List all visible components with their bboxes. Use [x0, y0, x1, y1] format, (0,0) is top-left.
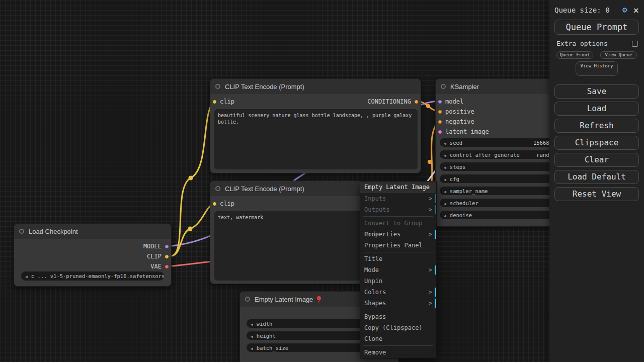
menu-item-clone[interactable]: Clone	[360, 333, 436, 344]
clip-port-icon[interactable]	[212, 202, 217, 206]
menu-item-properties-panel[interactable]: Properties Panel	[360, 240, 436, 251]
node-title-bar[interactable]: Load Checkpoint	[14, 224, 171, 239]
settings-gear-icon[interactable]: ⚙	[622, 5, 627, 15]
widget-label: height	[257, 333, 276, 339]
clipspace-button[interactable]: Clipspace	[554, 136, 639, 150]
port-label: clip	[220, 98, 234, 105]
menu-item-remove[interactable]: Remove	[360, 347, 436, 358]
output-vae[interactable]: VAE	[150, 263, 169, 270]
widget-label: width	[257, 321, 273, 327]
widget-label: sampler_name	[450, 188, 488, 194]
node-title: KSampler	[450, 83, 479, 90]
input-model[interactable]: model	[438, 98, 463, 105]
node-load-checkpoint[interactable]: Load Checkpoint MODEL CLIP VAE c ... v1-…	[14, 223, 172, 287]
collapse-dot-icon[interactable]	[19, 229, 24, 234]
widget-decrement-icon[interactable]	[444, 212, 446, 218]
menu-separator	[363, 345, 433, 346]
menu-separator	[363, 310, 433, 310]
widget-decrement-icon[interactable]	[444, 164, 446, 170]
extra-options-checkbox[interactable]	[632, 41, 638, 47]
save-button[interactable]: Save	[554, 84, 639, 99]
refresh-button[interactable]: Refresh	[554, 119, 639, 133]
widget-decrement-icon[interactable]	[251, 345, 253, 351]
menu-item-colors[interactable]: Colors	[360, 287, 436, 298]
port-label: latent_image	[445, 128, 489, 135]
widget-label: seed	[450, 140, 462, 146]
link-dot	[188, 227, 193, 231]
widget-label: denoise	[450, 212, 472, 218]
latent-port-icon[interactable]	[438, 130, 442, 134]
close-icon[interactable]: ×	[633, 7, 639, 14]
widget-label: steps	[450, 164, 466, 170]
widget-decrement-icon[interactable]	[444, 176, 446, 182]
menu-item-copy-clipspace[interactable]: Copy (Clipspace)	[360, 322, 436, 333]
input-clip[interactable]: clip	[212, 200, 234, 207]
widget-label: scheduler	[450, 200, 478, 206]
node-title: Load Checkpoint	[29, 228, 78, 235]
vae-port-icon[interactable]	[165, 264, 169, 269]
menu-item-bypass[interactable]: Bypass	[360, 311, 436, 322]
input-negative[interactable]: negative	[438, 118, 474, 125]
queue-prompt-button[interactable]: Queue Prompt	[554, 20, 639, 35]
model-port-icon[interactable]	[438, 100, 442, 104]
port-label: clip	[220, 200, 234, 207]
output-conditioning[interactable]: CONDITIONING	[367, 98, 419, 105]
queue-size-label: Queue size: 0	[554, 6, 610, 14]
node-title: CLIP Text Encode (Prompt)	[225, 83, 304, 90]
widget-decrement-icon[interactable]	[251, 333, 253, 339]
menu-item-unpin[interactable]: Unpin	[360, 276, 436, 287]
menu-separator	[363, 252, 433, 252]
view-history-button[interactable]: View History	[576, 61, 618, 76]
collapse-dot-icon[interactable]	[441, 84, 446, 89]
widget-label: cfg	[450, 176, 459, 182]
port-label: MODEL	[143, 243, 162, 250]
ckpt-name-widget[interactable]: c ... v1-5-pruned-emaonly-fp16.safetenso…	[21, 272, 164, 281]
port-label: VAE	[150, 263, 162, 270]
collapse-dot-icon[interactable]	[215, 186, 220, 191]
clip-port-icon[interactable]	[212, 100, 217, 104]
link-dot	[426, 104, 430, 108]
widget-decrement-icon[interactable]	[444, 188, 446, 194]
view-queue-button[interactable]: View Queue	[600, 51, 637, 59]
conditioning-port-icon[interactable]	[438, 120, 442, 124]
conditioning-port-icon[interactable]	[438, 110, 442, 114]
clear-button[interactable]: Clear	[554, 153, 639, 167]
sidebar-menu: Queue size: 0 ⚙ × Queue Prompt Extra opt…	[549, 0, 644, 362]
menu-item-convert-to-group-node[interactable]: Convert to Group Node	[360, 218, 436, 229]
widget-decrement-icon[interactable]	[444, 152, 446, 158]
collapse-dot-icon[interactable]	[245, 297, 250, 302]
widget-decrement-icon[interactable]	[251, 321, 253, 327]
output-clip[interactable]: CLIP	[147, 253, 169, 260]
output-model[interactable]: MODEL	[143, 243, 169, 250]
widget-decrement-icon[interactable]	[25, 273, 28, 279]
node-clip-text-encode-positive[interactable]: CLIP Text Encode (Prompt) clip CONDITION…	[210, 78, 421, 173]
pin-icon	[316, 296, 322, 303]
menu-item-title[interactable]: Title	[360, 253, 436, 264]
input-positive[interactable]: positive	[438, 108, 474, 115]
menu-item-outputs[interactable]: Outputs	[360, 204, 436, 215]
input-latent-image[interactable]: latent_image	[438, 128, 489, 135]
clip-port-icon[interactable]	[165, 254, 169, 259]
load-default-button[interactable]: Load Default	[554, 170, 639, 184]
menu-item-shapes[interactable]: Shapes	[360, 298, 436, 309]
menu-separator	[363, 216, 433, 217]
widget-decrement-icon[interactable]	[444, 200, 446, 206]
prompt-textarea[interactable]: beautiful scenery nature glass bottle la…	[214, 109, 418, 169]
menu-item-inputs[interactable]: Inputs	[360, 193, 436, 204]
node-canvas[interactable]: Load Checkpoint MODEL CLIP VAE c ... v1-…	[0, 0, 644, 362]
menu-item-mode[interactable]: Mode	[360, 264, 436, 276]
model-port-icon[interactable]	[165, 244, 169, 249]
node-title: Empty Latent Image	[255, 296, 313, 303]
context-menu: Empty Latent Image Inputs Outputs Conver…	[360, 181, 437, 358]
node-title-bar[interactable]: CLIP Text Encode (Prompt)	[210, 79, 421, 94]
input-clip[interactable]: clip	[212, 98, 234, 105]
conditioning-port-icon[interactable]	[414, 100, 419, 104]
collapse-dot-icon[interactable]	[215, 84, 220, 89]
widget-decrement-icon[interactable]	[444, 140, 446, 146]
menu-item-properties[interactable]: Properties	[360, 229, 436, 240]
queue-front-button[interactable]: Queue Front	[556, 51, 593, 59]
port-label: model	[445, 98, 463, 105]
port-label: CONDITIONING	[367, 98, 411, 105]
reset-view-button[interactable]: Reset View	[554, 187, 639, 201]
load-button[interactable]: Load	[554, 102, 639, 116]
